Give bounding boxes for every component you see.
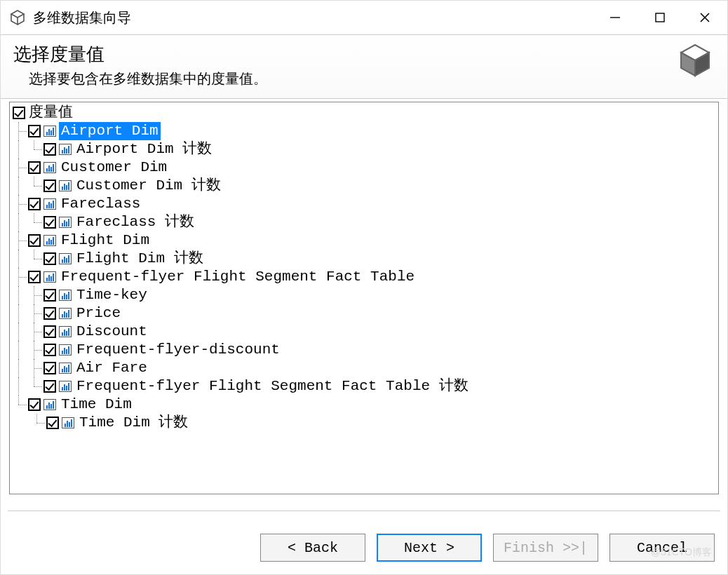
measure-tree[interactable]: 度量值Airport DimAirport Dim 计数Customer Dim…: [9, 102, 719, 494]
checkbox[interactable]: [28, 271, 41, 283]
checkbox[interactable]: [43, 380, 56, 393]
tree-group[interactable]: Fareclass: [13, 195, 715, 213]
checkbox[interactable]: [28, 234, 41, 247]
checkbox[interactable]: [43, 252, 56, 265]
checkbox[interactable]: [43, 362, 56, 374]
tree-label: Time Dim: [59, 395, 134, 414]
checkbox[interactable]: [28, 125, 41, 137]
tree-label: Frequent-flyer Flight Segment Fact Table…: [74, 377, 471, 395]
footer-separator: [8, 510, 720, 511]
window-controls: [593, 1, 727, 34]
cube-outline-icon: [9, 9, 26, 26]
measure-icon: [43, 162, 56, 173]
checkbox[interactable]: [43, 143, 56, 156]
tree-label: Flight Dim: [59, 231, 151, 250]
measure-icon: [43, 126, 56, 137]
tree-item[interactable]: Air Fare: [13, 359, 715, 377]
minimize-button[interactable]: [593, 1, 638, 34]
tree-label: Price: [74, 304, 123, 323]
tree-label: Fareclass: [59, 195, 142, 213]
tree-item[interactable]: Time Dim 计数: [13, 414, 715, 432]
tree-item[interactable]: Price: [13, 304, 715, 323]
measure-icon: [59, 217, 72, 228]
window-title: 多维数据集向导: [33, 8, 131, 27]
tree-item[interactable]: Customer Dim 计数: [13, 177, 715, 195]
tree-label: Frequent-flyer-discount: [74, 341, 282, 359]
titlebar: 多维数据集向导: [1, 1, 727, 34]
checkbox[interactable]: [28, 398, 41, 411]
tree-label: Airport Dim: [59, 122, 161, 140]
tree-group[interactable]: Flight Dim: [13, 231, 715, 250]
measure-icon: [59, 290, 72, 301]
measure-icon: [43, 399, 56, 410]
checkbox[interactable]: [46, 417, 59, 429]
tree-label: Flight Dim 计数: [74, 250, 205, 268]
measure-icon: [59, 144, 72, 155]
tree-label: Fareclass 计数: [74, 213, 196, 231]
checkbox[interactable]: [43, 216, 56, 229]
measure-icon: [59, 253, 72, 264]
tree-group[interactable]: Frequent-flyer Flight Segment Fact Table: [13, 268, 715, 286]
checkbox[interactable]: [28, 161, 41, 174]
tree-label: Air Fare: [74, 359, 149, 377]
back-button[interactable]: < Back: [260, 534, 365, 562]
tree-item[interactable]: Time-key: [13, 286, 715, 304]
cancel-button[interactable]: Cancel: [609, 534, 715, 562]
tree-label: 度量值: [27, 104, 75, 122]
checkbox[interactable]: [43, 344, 56, 356]
checkbox[interactable]: [43, 325, 56, 338]
checkbox[interactable]: [43, 307, 56, 320]
svg-rect-1: [656, 13, 664, 22]
measure-icon: [43, 271, 56, 283]
cube-icon: [677, 42, 713, 79]
measure-icon: [59, 363, 72, 374]
wizard-header: 选择度量值 选择要包含在多维数据集中的度量值。: [1, 34, 727, 99]
tree-label: Time-key: [74, 286, 149, 304]
header-subtitle: 选择要包含在多维数据集中的度量值。: [29, 69, 677, 88]
tree-label: Frequent-flyer Flight Segment Fact Table: [59, 268, 417, 286]
tree-item[interactable]: Frequent-flyer-discount: [13, 341, 715, 359]
tree-item[interactable]: Fareclass 计数: [13, 213, 715, 231]
next-button[interactable]: Next >: [377, 534, 482, 562]
tree-group[interactable]: Customer Dim: [13, 158, 715, 177]
tree-label: Discount: [74, 323, 149, 341]
tree-item[interactable]: Flight Dim 计数: [13, 250, 715, 268]
tree-label: Customer Dim: [59, 158, 169, 177]
measure-icon: [59, 381, 72, 392]
tree-root[interactable]: 度量值: [13, 104, 715, 122]
finish-button: Finish >>|: [493, 534, 598, 562]
tree-group[interactable]: Time Dim: [13, 395, 715, 414]
maximize-button[interactable]: [638, 1, 682, 34]
measure-icon: [59, 326, 72, 337]
tree-label: Airport Dim 计数: [74, 140, 214, 158]
measure-icon: [59, 308, 72, 319]
tree-item[interactable]: Frequent-flyer Flight Segment Fact Table…: [13, 377, 715, 395]
tree-item[interactable]: Discount: [13, 323, 715, 341]
tree-label: Customer Dim 计数: [74, 177, 223, 195]
checkbox[interactable]: [43, 180, 56, 192]
checkbox[interactable]: [13, 107, 25, 119]
measure-icon: [43, 235, 56, 246]
checkbox[interactable]: [28, 198, 41, 210]
tree-item[interactable]: Airport Dim 计数: [13, 140, 715, 158]
checkbox[interactable]: [43, 289, 56, 302]
header-title: 选择度量值: [13, 42, 677, 67]
tree-group[interactable]: Airport Dim: [13, 122, 715, 140]
measure-icon: [59, 180, 72, 191]
close-button[interactable]: [682, 1, 727, 34]
measure-icon: [43, 198, 56, 210]
wizard-footer: < Back Next > Finish >>| Cancel: [260, 534, 715, 562]
tree-label: Time Dim 计数: [77, 414, 190, 432]
measure-icon: [62, 417, 74, 428]
measure-icon: [59, 344, 72, 356]
